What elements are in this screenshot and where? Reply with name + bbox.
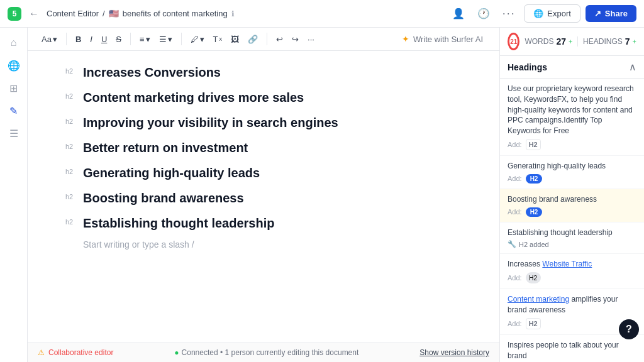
format-icon: T	[213, 35, 218, 44]
left-sidebar: ⌂ 🌐 ⊞ ✎ ☰	[0, 28, 28, 362]
heading-row-6: h2 Boosting brand awareness	[65, 189, 462, 207]
heading-entry-5: Increases Website Traffic Add: H2	[500, 254, 644, 289]
link-button[interactable]: 🔗	[244, 32, 262, 47]
heading-entry-text-7: Inspires people to talk about your brand	[508, 340, 636, 361]
heading-row-7: h2 Establishing thought leadership	[65, 214, 462, 232]
breadcrumb-flag: 🇺🇸	[109, 9, 119, 18]
editor-bottom-bar: ⚠ Collaborative editor ● Connected • 1 p…	[28, 343, 499, 362]
sep-1	[66, 33, 67, 45]
add-label-1: Add:	[508, 141, 522, 148]
added-label-4: 🔧 H2 added	[508, 240, 549, 248]
h2-label: h2	[65, 67, 77, 75]
toolbar: Aa ▾ B I U S ≡ ▾ ☰ ▾	[28, 28, 499, 51]
chevron-down-icon: ▾	[200, 35, 204, 44]
clock-icon[interactable]: 🕐	[474, 4, 494, 24]
surfer-ai-button[interactable]: ✦ Write with Surfer AI	[396, 31, 489, 47]
image-button[interactable]: 🖼	[227, 32, 243, 47]
text-before-5: Increases	[508, 260, 542, 268]
align-button[interactable]: ≡ ▾	[136, 32, 154, 47]
share-icon: ↗	[594, 9, 601, 18]
h2-badge-gray-1[interactable]: H2	[526, 139, 541, 150]
heading-text-2[interactable]: Content marketing drives more sales	[83, 89, 304, 106]
heading-text-5[interactable]: Generating high-quality leads	[83, 164, 260, 182]
add-row-5: Add: H2	[508, 272, 636, 283]
format-button[interactable]: T x	[209, 32, 226, 47]
headings-section: HEADINGS 7 +	[583, 36, 636, 47]
editor-content[interactable]: h2 Increases Conversions h2 Content mark…	[28, 51, 499, 343]
h2-label: h2	[65, 168, 77, 175]
add-row-1: Add: H2	[508, 139, 636, 150]
heading-entry-7: Inspires people to talk about your brand…	[500, 335, 644, 362]
bottom-left: ⚠ Collaborative editor	[38, 348, 113, 357]
h2-badge-cursor-5[interactable]: H2	[526, 272, 541, 283]
version-history-button[interactable]: Show version history	[419, 348, 489, 357]
h2-label: h2	[65, 118, 77, 125]
heading-entry-text-1: Use our proprietary keyword research too…	[508, 84, 636, 136]
sidebar-icon-globe[interactable]: 🌐	[4, 55, 24, 75]
added-text-4: H2 added	[519, 241, 549, 248]
avatar-icon[interactable]: 👤	[448, 4, 469, 24]
words-label: WORDS	[525, 37, 553, 46]
collapse-button[interactable]: ∧	[629, 61, 636, 73]
share-button[interactable]: ↗ Share	[586, 5, 636, 22]
headings-panel-title: Headings	[508, 62, 547, 72]
undo-button[interactable]: ↩	[272, 32, 287, 47]
export-button[interactable]: 🌐 Export	[524, 4, 580, 23]
heading-text-4[interactable]: Better return on investment	[83, 139, 248, 156]
chevron-down-icon: ▾	[168, 35, 172, 44]
link-text-5[interactable]: Website Traffic	[542, 260, 592, 268]
h2-badge-gray-6[interactable]: H2	[526, 318, 541, 329]
heading-entry-text-3: Boosting brand awareness	[508, 194, 636, 205]
italic-button[interactable]: I	[86, 32, 96, 47]
back-button[interactable]: ←	[26, 6, 42, 21]
link-text-6[interactable]: Content marketing	[508, 295, 569, 304]
added-icon: 🔧	[508, 240, 516, 248]
heading-entry-text-6: Content marketing amplifies your brand a…	[508, 294, 636, 315]
sep-4	[267, 33, 267, 45]
breadcrumb-separator: /	[103, 9, 105, 18]
align-icon: ≡	[140, 35, 145, 44]
heading-text-6[interactable]: Boosting brand awareness	[83, 189, 244, 207]
list-button[interactable]: ☰ ▾	[155, 32, 176, 47]
more-options-button[interactable]: ···	[499, 4, 519, 24]
heading-text-3[interactable]: Improving your visibility in search engi…	[83, 114, 338, 131]
headings-plus: +	[633, 38, 636, 45]
add-label-5: Add:	[508, 274, 522, 282]
strikethrough-button[interactable]: S	[112, 32, 125, 47]
top-bar-left: 5 ← Content Editor / 🇺🇸 benefits of cont…	[8, 6, 235, 21]
heading-row-1: h2 Increases Conversions	[65, 63, 462, 81]
underline-button[interactable]: U	[97, 32, 111, 47]
subscript-icon: x	[219, 36, 223, 42]
sidebar-icon-grid[interactable]: ⊞	[4, 78, 24, 98]
collaborative-editor-label[interactable]: Collaborative editor	[48, 348, 113, 357]
more-format-button[interactable]: ···	[304, 32, 318, 47]
heading-text-1[interactable]: Increases Conversions	[83, 63, 221, 81]
h2-label: h2	[65, 218, 77, 226]
headings-label: HEADINGS	[583, 37, 623, 46]
add-row-6: Add: H2	[508, 318, 636, 329]
bold-button[interactable]: B	[72, 32, 85, 47]
words-value: 27	[556, 36, 566, 47]
words-plus: +	[569, 38, 572, 45]
editor-container: Aa ▾ B I U S ≡ ▾ ☰ ▾	[28, 28, 499, 362]
info-icon[interactable]: ℹ	[231, 9, 235, 18]
heading-row-3: h2 Improving your visibility in search e…	[65, 114, 462, 131]
connected-text: Connected • 1 person currently editing t…	[182, 348, 359, 357]
sidebar-icon-edit[interactable]: ✎	[4, 101, 24, 121]
editor-placeholder[interactable]: Start writing or type a slash /	[83, 239, 462, 250]
pen-button[interactable]: 🖊 ▾	[187, 32, 208, 47]
heading-entry-2: Generating high-quality leads Add: H2	[500, 156, 644, 189]
export-label: Export	[547, 9, 571, 18]
help-button[interactable]: ?	[619, 319, 639, 339]
surfer-ai-label: Write with Surfer AI	[413, 35, 483, 44]
heading-text-7[interactable]: Establishing thought leadership	[83, 214, 274, 232]
sidebar-icon-home[interactable]: ⌂	[4, 33, 24, 53]
sidebar-icon-list[interactable]: ☰	[4, 123, 24, 143]
heading-row-5: h2 Generating high-quality leads	[65, 164, 462, 182]
heading-entry-text-5: Increases Website Traffic	[508, 259, 636, 270]
h2-badge-blue-2[interactable]: H2	[526, 174, 543, 184]
main-layout: ⌂ 🌐 ⊞ ✎ ☰ Aa ▾ B I U S ≡	[0, 28, 644, 362]
redo-button[interactable]: ↪	[288, 32, 303, 47]
font-selector[interactable]: Aa ▾	[38, 32, 61, 47]
h2-badge-blue-3[interactable]: H2	[526, 207, 543, 217]
